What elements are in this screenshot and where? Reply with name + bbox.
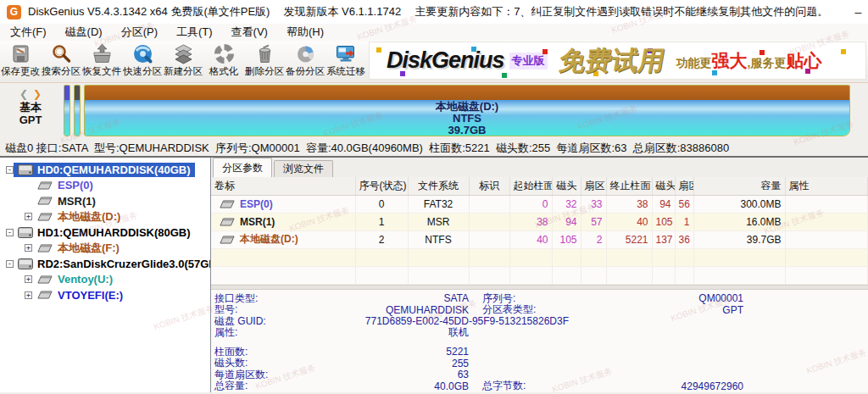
column-header-start-cylinder[interactable]: 起始柱面 (509, 177, 552, 195)
expand-toggle[interactable]: + (25, 244, 32, 252)
cell-start-sector (581, 248, 606, 266)
expand-toggle[interactable]: + (25, 291, 32, 299)
disk-tree-panel: -HD0:QEMUHARDDISK(40GB)ESP(0)MSR(1)+本地磁盘… (0, 158, 211, 392)
detail-value: SATA (323, 292, 469, 304)
tree-item-ventoy[interactable]: +Ventoy(U:) (0, 272, 210, 288)
partition-table: 卷标序号(状态)文件系统标识起始柱面磁头扇区终止柱面磁头扇区容量属性ESP(0)… (211, 177, 868, 285)
menu-item-file[interactable]: 文件(F) (1, 25, 56, 40)
partition-slice-esp[interactable] (64, 85, 70, 136)
detail-label: 扇区大小: (482, 391, 577, 392)
tree-item-esp[interactable]: ESP(0) (0, 178, 210, 194)
cell-seq-status: 1 (355, 213, 408, 230)
partition-block-local-disk-d[interactable]: 本地磁盘(D:) NTFS 39.7GB (84, 85, 850, 136)
column-header-start-head[interactable]: 磁头 (552, 177, 581, 195)
cell-file-system: FAT32 (408, 195, 469, 213)
expand-toggle[interactable]: + (25, 275, 32, 283)
disk-overview-area: ❮❯ 基本 GPT 本地磁盘(D:) NTFS 39.7GB (0, 83, 868, 140)
tree-item-local-d[interactable]: +本地磁盘(D:) (0, 209, 210, 225)
toolbar-format-button[interactable]: 格式化 (203, 41, 244, 82)
expand-toggle[interactable]: - (6, 229, 14, 236)
column-header-volume-label[interactable]: 卷标 (211, 177, 355, 195)
cell-start-cylinder (509, 248, 552, 266)
menu-item-partition[interactable]: 分区(P) (112, 25, 167, 40)
banner-brand: DiskGenius (387, 47, 504, 74)
cell-capacity: 300.0MB (693, 195, 785, 213)
cell-start-head: 105 (552, 230, 581, 248)
detail-value: 83886080 (323, 391, 469, 392)
column-header-start-sector[interactable]: 扇区 (581, 177, 606, 195)
toolbar-quick-partition-button[interactable]: 快速分区 (122, 41, 163, 82)
cell-capacity: 39.7GB (693, 230, 785, 248)
toolbar-search-partition-button[interactable]: 搜索分区 (41, 41, 81, 82)
cell-end-cylinder: 38 (606, 195, 652, 213)
title-bar: G DiskGenius V5.4.3.1342 x64 免费版(单文件PE版)… (0, 0, 868, 24)
prev-disk-arrow-icon[interactable]: ❮ (19, 88, 33, 100)
toolbar-button-label: 恢复文件 (82, 64, 121, 78)
volume-label: MSR(1) (240, 216, 275, 228)
partition-icon (37, 213, 53, 221)
cell-end-head: 105 (652, 213, 675, 230)
partition-slice-msr[interactable] (74, 85, 81, 136)
cell-file-system (408, 266, 469, 284)
cell-start-sector: 2 (581, 230, 606, 248)
cell-end-cylinder (606, 266, 652, 284)
disk-nav: ❮❯ 基本 GPT (0, 88, 61, 126)
toolbar-delete-partition-button[interactable]: 删除分区 (244, 41, 285, 82)
menu-item-tools[interactable]: 工具(T) (167, 25, 222, 40)
menu-item-disk[interactable]: 磁盘(D) (56, 25, 112, 40)
tree-item-vtoyefi[interactable]: +VTOYEFI(E:) (0, 287, 210, 303)
expand-toggle[interactable]: - (6, 260, 14, 268)
toolbar-system-migrate-button[interactable]: 系统迁移 (326, 41, 366, 82)
column-header-capacity[interactable]: 容量 (693, 177, 785, 195)
tree-item-msr[interactable]: MSR(1) (0, 193, 210, 209)
column-header-attributes[interactable]: 属性 (785, 177, 868, 195)
promo-banner[interactable]: DiskGenius 专业版 免费试用 功能更强大,服务更贴心 (369, 42, 866, 80)
minimize-button[interactable]: – (842, 2, 868, 22)
partition-bar: 本地磁盘(D:) NTFS 39.7GB (64, 85, 850, 136)
disk-details-panel: 接口类型:SATA序列号:QM00001型号:QEMUHARDDISK分区表类型… (211, 290, 868, 393)
tab-browse-files[interactable]: 浏览文件 (274, 160, 333, 177)
partition-row-msr[interactable]: MSR(1)1MSR38945740105116.0MB (211, 213, 868, 230)
toolbar-recover-files-button[interactable]: 恢复文件 (81, 41, 122, 82)
detail-value: 40.0GB (323, 380, 469, 392)
toolbar-new-partition-button[interactable]: 新建分区 (163, 41, 203, 82)
toolbar-save-changes-button[interactable]: 保存更改 (0, 41, 41, 82)
search-icon (51, 43, 72, 64)
column-header-file-system[interactable]: 文件系统 (408, 177, 469, 195)
tab-partition-params[interactable]: 分区参数 (213, 158, 272, 177)
cell-volume-label (211, 266, 355, 284)
column-header-end-sector[interactable]: 扇区 (675, 177, 693, 195)
partition-row-esp[interactable]: ESP(0)0FAT3203233389456300.0MB (211, 195, 868, 213)
format-icon (214, 43, 235, 64)
tree-item-local-f[interactable]: +本地磁盘(F:) (0, 241, 210, 257)
toolbar-buttons: 保存更改搜索分区恢复文件快速分区新建分区格式化删除分区备份分区系统迁移 (0, 41, 366, 82)
expand-toggle[interactable]: + (25, 213, 32, 220)
partition-row-local-d[interactable]: 本地磁盘(D:)2NTFS40105252211373639.7GB (211, 230, 868, 248)
cell-attributes (785, 213, 868, 230)
cell-flag (469, 266, 509, 284)
cell-end-head: 137 (652, 230, 675, 248)
cell-start-cylinder: 0 (509, 195, 552, 213)
detail-value: QM00001 (577, 292, 743, 304)
toolbar-button-label: 保存更改 (1, 64, 40, 78)
toolbar-backup-partition-button[interactable]: 备份分区 (285, 41, 326, 82)
tree-item-label: VTOYEFI(E:) (58, 289, 123, 302)
column-header-end-cylinder[interactable]: 终止柱面 (606, 177, 652, 195)
partition-size: 39.7GB (85, 125, 849, 136)
next-disk-arrow-icon[interactable]: ❯ (33, 88, 47, 100)
save-icon (10, 43, 31, 64)
cell-start-sector: 57 (581, 213, 606, 230)
cell-start-sector (581, 266, 606, 284)
tree-item-hd0[interactable]: -HD0:QEMUHARDDISK(40GB) (0, 162, 210, 178)
column-header-seq-status[interactable]: 序号(状态) (355, 177, 408, 195)
expand-toggle[interactable]: - (6, 166, 14, 174)
tree-item-hd1[interactable]: -HD1:QEMUHARDDISK(80GB) (0, 225, 210, 241)
cell-capacity (693, 248, 785, 266)
cell-attributes (785, 266, 868, 284)
tree-item-rd2[interactable]: -RD2:SanDiskCruzerGlide3.0(57GB) (0, 256, 210, 272)
tab-strip: 分区参数浏览文件 (211, 158, 868, 177)
menu-item-view[interactable]: 查看(V) (222, 25, 277, 40)
column-header-end-head[interactable]: 磁头 (652, 177, 675, 195)
menu-item-help[interactable]: 帮助(H) (277, 25, 333, 40)
column-header-flag[interactable]: 标识 (469, 177, 509, 195)
